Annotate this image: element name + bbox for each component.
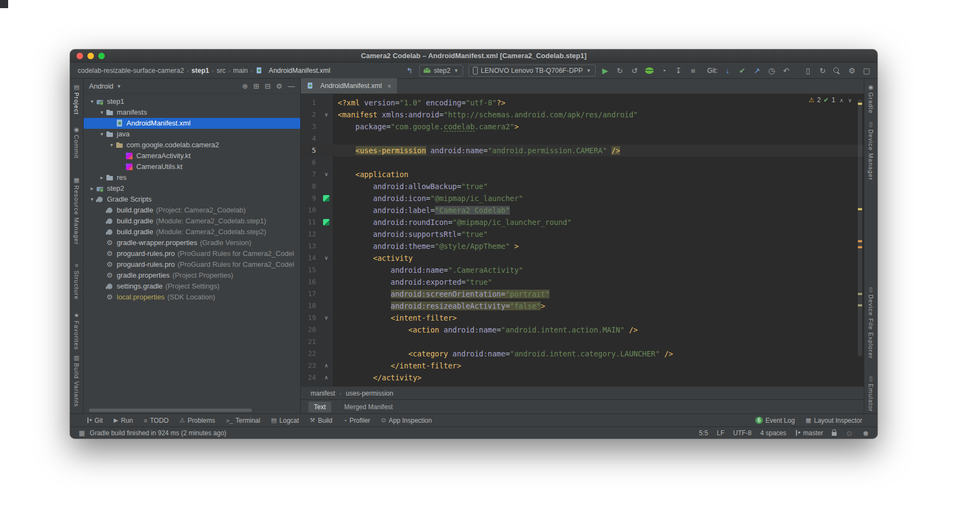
tab-androidmanifest[interactable]: AndroidManifest.xml × <box>301 78 397 93</box>
project-view-selector[interactable]: Android <box>89 82 113 90</box>
git-branch[interactable]: master <box>795 429 823 437</box>
tree-item[interactable]: build.gradle(Module: Camera2_Codelab.ste… <box>84 227 300 237</box>
tool-windows-toggle-icon[interactable]: ▦ <box>79 429 85 437</box>
code-line[interactable]: 17 android:screenOrientation="portrait" <box>301 288 864 300</box>
breadcrumb-item[interactable]: main <box>233 67 248 74</box>
fold-icon[interactable]: ∧ <box>320 372 332 384</box>
code-line[interactable]: 19∨ <intent-filter> <box>301 312 864 324</box>
debug-button[interactable] <box>645 67 654 74</box>
locate-file-icon[interactable]: ⊕ <box>242 82 248 90</box>
chevron-expanded-icon[interactable]: ▾ <box>88 194 96 205</box>
tree-item[interactable]: ▾java <box>84 129 300 140</box>
tree-item[interactable]: ▾com.google.codelab.camera2 <box>84 140 300 151</box>
editor-breadcrumb-item[interactable]: uses-permission <box>346 390 393 397</box>
tree-item[interactable]: CameraActivity.kt <box>84 151 300 161</box>
breadcrumb-item[interactable]: AndroidManifest.xml <box>269 67 330 74</box>
device-manager-icon[interactable]: ▯ <box>804 67 812 74</box>
history-button[interactable]: ◷ <box>767 67 776 74</box>
stripe-item-device-manager[interactable]: ▯Device Manager <box>868 121 874 180</box>
tree-item[interactable]: ▸step2 <box>84 183 300 194</box>
tool-button-git[interactable]: Git <box>86 417 103 424</box>
tree-item[interactable]: proguard-rules.pro(ProGuard Rules for Ca… <box>84 259 300 270</box>
tree-item[interactable]: AndroidManifest.xml <box>84 118 300 129</box>
chevron-expanded-icon[interactable]: ▾ <box>88 96 96 107</box>
window-layout-icon[interactable]: ▢ <box>862 67 871 74</box>
code-editor[interactable]: 1<?xml version="1.0" encoding="utf-8"?>2… <box>301 94 864 386</box>
code-line[interactable]: 10 android:label="Camera2 Codelab" <box>301 204 864 216</box>
code-line[interactable]: 3 package="com.google.codelab.camera2"> <box>301 121 864 133</box>
breadcrumb-item[interactable]: step1 <box>192 67 210 74</box>
tree-item[interactable]: CameraUtils.kt <box>84 161 300 172</box>
inspections-widget[interactable]: ⚠ 2 ✔ 1 ∧ ∨ <box>808 96 852 104</box>
tool-button-build[interactable]: ⚒Build <box>310 417 333 424</box>
code-line[interactable]: 15 android:name=".CameraActivity" <box>301 264 864 276</box>
tool-button-profiler[interactable]: ◔Profiler <box>343 417 370 424</box>
indent-style[interactable]: 4 spaces <box>760 429 786 437</box>
code-line[interactable]: 24∧ </activity> <box>301 372 864 384</box>
code-line[interactable]: 20 <action android:name="android.intent.… <box>301 324 864 336</box>
stripe-item-favorites[interactable]: ★Favorites <box>73 312 80 350</box>
tree-item[interactable]: settings.gradle(Project Settings) <box>84 281 300 292</box>
rollback-button[interactable]: ↶ <box>782 67 791 74</box>
code-line[interactable]: 1<?xml version="1.0" encoding="utf-8"?> <box>301 97 864 109</box>
code-line[interactable]: 22 <category android:name="android.inten… <box>301 348 864 360</box>
code-line[interactable]: 8 android:allowBackup="true" <box>301 180 864 192</box>
code-line[interactable]: 21 <box>301 336 864 348</box>
code-line[interactable]: 9 android:icon="@mipmap/ic_launcher" <box>301 192 864 204</box>
tool-button-problems[interactable]: ⚠Problems <box>180 417 216 424</box>
file-encoding[interactable]: UTF-8 <box>733 429 751 437</box>
run-configuration-select[interactable]: step2 ▼ <box>419 65 463 77</box>
tree-item[interactable]: gradle.properties(Project Properties) <box>84 270 300 281</box>
stripe-item-device-file-explorer[interactable]: ▯Device File Explorer <box>868 286 874 359</box>
stop-button[interactable]: ■ <box>689 67 698 74</box>
code-line[interactable]: 12 android:supportsRtl="true" <box>301 228 864 240</box>
stripe-item-build-variants[interactable]: ▥Build Variants <box>73 355 80 407</box>
tree-item[interactable]: ▾Gradle Scripts <box>84 194 300 205</box>
update-project-button[interactable]: ↓ <box>723 67 732 74</box>
close-window-button[interactable] <box>77 53 83 59</box>
tree-item[interactable]: gradle-wrapper.properties(Gradle Version… <box>84 237 300 248</box>
feedback-smiley-icon[interactable]: ☺ <box>845 429 853 437</box>
fold-icon[interactable]: ∨ <box>320 252 332 264</box>
profiler-button[interactable]: ◔ <box>660 67 668 74</box>
tool-button-run[interactable]: ▶Run <box>113 417 132 424</box>
tree-item[interactable]: build.gradle(Project: Camera2_Codelab) <box>84 205 300 216</box>
maximize-window-button[interactable] <box>98 53 105 59</box>
editor-breadcrumb-item[interactable]: manifest <box>311 390 335 397</box>
breadcrumb-item[interactable]: codelab-resizable-surface-camera2 <box>78 67 184 74</box>
code-line[interactable]: 2∨<manifest xmlns:android="http://schema… <box>301 109 864 121</box>
tree-item[interactable]: ▸res <box>84 172 300 183</box>
prev-issue-icon[interactable]: ∧ <box>839 97 843 103</box>
bottom-tab-merged-manifest[interactable]: Merged Manifest <box>339 402 398 412</box>
apply-code-changes-button[interactable]: ↺ <box>630 67 639 74</box>
code-line[interactable]: 6 <box>301 156 864 168</box>
code-line[interactable]: 13 android:theme="@style/AppTheme" > <box>301 240 864 252</box>
tool-button-logcat[interactable]: ▤Logcat <box>271 417 299 424</box>
tree-item[interactable]: proguard-rules.pro(ProGuard Rules for Ca… <box>84 248 300 259</box>
image-preview-icon[interactable] <box>320 192 332 204</box>
hide-panel-icon[interactable]: — <box>288 82 295 90</box>
chevron-expanded-icon[interactable]: ▾ <box>98 129 106 140</box>
tool-button-app-inspection[interactable]: ⊙App Inspection <box>381 417 432 424</box>
commit-button[interactable]: ✔ <box>738 67 747 74</box>
code-line[interactable]: 5 <uses-permission android:name="android… <box>301 145 864 156</box>
notifications-smiley-icon[interactable]: ☻ <box>862 429 870 437</box>
tree-item[interactable]: build.gradle(Module: Camera2_Codelab.ste… <box>84 216 300 227</box>
lock-icon[interactable] <box>832 432 837 436</box>
panel-settings-icon[interactable]: ⚙ <box>276 82 282 90</box>
code-line[interactable]: 7∨ <application <box>301 168 864 180</box>
chevron-expanded-icon[interactable]: ▾ <box>98 107 106 118</box>
tool-button-terminal[interactable]: >_Terminal <box>226 417 260 424</box>
collapse-all-icon[interactable]: ⊟ <box>264 82 270 90</box>
tree-item[interactable]: ▾manifests <box>84 107 300 118</box>
fold-icon[interactable]: ∨ <box>320 109 332 121</box>
code-line[interactable]: 16 android:exported="true" <box>301 276 864 288</box>
code-line[interactable]: 23∧ </intent-filter> <box>301 360 864 372</box>
push-button[interactable]: ↗ <box>753 67 761 74</box>
code-line[interactable]: 18 android:resizeableActivity="false"> <box>301 300 864 312</box>
chevron-expanded-icon[interactable]: ▾ <box>108 140 116 151</box>
code-line[interactable]: 14∨ <activity <box>301 252 864 264</box>
search-icon[interactable] <box>833 67 842 74</box>
stripe-item-project[interactable]: ▤Project <box>73 84 80 115</box>
gradle-sync-icon[interactable]: ↻ <box>818 67 827 74</box>
